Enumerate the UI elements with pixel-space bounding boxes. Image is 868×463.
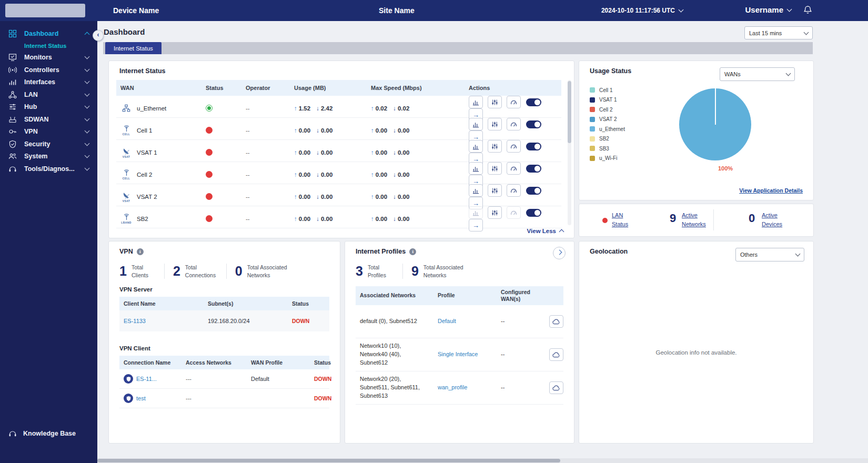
- chevron-down-icon: [804, 29, 809, 35]
- time-utc-dropdown[interactable]: 2024-10-10 11:17:56 UTC: [601, 7, 683, 14]
- upload-arrow-icon: ↑: [371, 172, 374, 178]
- operator-value: --: [241, 194, 290, 200]
- notifications-bell-icon[interactable]: [803, 5, 812, 14]
- wan-enable-toggle[interactable]: [526, 165, 541, 173]
- wan-enable-toggle[interactable]: [526, 209, 541, 217]
- time-range-select[interactable]: Last 15 mins: [744, 26, 813, 39]
- chevron-down-icon: [85, 104, 90, 109]
- card-title: VPN: [119, 248, 133, 255]
- lan-status-link[interactable]: LAN Status: [612, 211, 637, 228]
- wan-enable-toggle[interactable]: [526, 187, 541, 195]
- profiles-table-header: Associated Networks Profile Configured W…: [356, 286, 563, 305]
- vpn-key-icon: [8, 127, 17, 136]
- usage-chart-button[interactable]: [469, 118, 483, 130]
- info-icon[interactable]: i: [409, 248, 416, 255]
- sidebar-item-system[interactable]: System: [0, 150, 97, 163]
- sidebar-item-controllers[interactable]: Controllers: [0, 64, 97, 76]
- sidebar-item-dashboard[interactable]: Dashboard: [0, 27, 97, 40]
- wan-details-button[interactable]: [488, 184, 502, 197]
- knowledge-base-link[interactable]: Knowledge Base: [8, 429, 76, 438]
- headset-icon: [8, 165, 17, 173]
- usage-filter-select[interactable]: WANs: [720, 67, 795, 81]
- usage-chart-button[interactable]: [469, 96, 483, 108]
- sidebar: Dashboard Internet Status Monitors Contr…: [0, 21, 97, 463]
- table-row: LBANDSB2 -- ↑0.00↓0.00 ↑0.00↓0.00 →: [116, 206, 561, 228]
- legend-item: SB3: [590, 144, 625, 154]
- tab-internet-status[interactable]: Internet Status: [105, 42, 162, 54]
- lan-icon: [8, 90, 17, 99]
- info-icon[interactable]: i: [137, 248, 144, 255]
- sidebar-item-monitors[interactable]: Monitors: [0, 52, 97, 64]
- speedtest-button[interactable]: [507, 184, 521, 197]
- profile-link[interactable]: Default: [438, 318, 456, 324]
- connection-name-link[interactable]: ES-11...: [136, 376, 157, 382]
- topbar: Device Name Site Name 2024-10-10 11:17:5…: [0, 0, 868, 21]
- chevron-down-icon: [85, 153, 90, 158]
- sidebar-item-label: Hub: [24, 103, 37, 110]
- usage-chart-button[interactable]: [469, 140, 483, 153]
- usage-chart-button[interactable]: [469, 162, 483, 175]
- speedtest-cloud-button[interactable]: [549, 348, 563, 361]
- usage-cell: ↑0.00↓0.00: [290, 216, 367, 222]
- view-application-details-link[interactable]: View Application Details: [739, 187, 803, 194]
- profiles-stats: 3 Total Profiles 9 Total Associated Netw…: [356, 264, 563, 279]
- speedtest-button[interactable]: [507, 140, 521, 153]
- vpn-client-heading: VPN Client: [119, 345, 329, 351]
- wan-details-button[interactable]: [488, 162, 502, 175]
- speedtest-button[interactable]: [507, 162, 521, 175]
- speedtest-button[interactable]: [507, 206, 521, 219]
- sidebar-item-sdwan[interactable]: SDWAN: [0, 113, 97, 126]
- sidebar-item-lan[interactable]: LAN: [0, 88, 97, 101]
- chevron-down-icon: [85, 128, 90, 134]
- max-speed-cell: ↑0.00↓0.00: [367, 194, 465, 200]
- usage-chart-button[interactable]: [469, 206, 483, 219]
- max-speed-cell: ↑0.00↓0.00: [367, 172, 465, 178]
- upload-arrow-icon: ↑: [294, 149, 297, 156]
- profiles-next-button[interactable]: [553, 247, 566, 259]
- speedtest-cloud-button[interactable]: [549, 315, 563, 328]
- horizontal-scrollbar[interactable]: [97, 458, 868, 463]
- view-less-link[interactable]: View Less: [527, 228, 563, 234]
- legend-item: SB2: [590, 134, 625, 144]
- usage-chart-button[interactable]: [469, 184, 483, 197]
- active-networks-link[interactable]: Active Networks: [682, 211, 712, 228]
- sidebar-item-hub[interactable]: Hub: [0, 101, 97, 114]
- wan-enable-toggle[interactable]: [526, 98, 541, 106]
- download-arrow-icon: ↓: [393, 149, 396, 156]
- active-devices-link[interactable]: Active Devices: [762, 211, 788, 228]
- speedtest-button[interactable]: [507, 118, 521, 130]
- collapse-sidebar-button[interactable]: ‹: [93, 30, 104, 41]
- logo: [5, 4, 85, 17]
- chevron-down-icon: [85, 116, 90, 121]
- wan-details-button[interactable]: [488, 118, 502, 130]
- wan-details-button[interactable]: [488, 206, 502, 219]
- status-down-icon: [206, 149, 213, 156]
- wan-enable-toggle[interactable]: [526, 143, 541, 150]
- sidebar-item-tools-diagnostics[interactable]: Tools/Diagnos...: [0, 163, 97, 175]
- scrollbar-thumb[interactable]: [97, 459, 560, 462]
- sidebar-item-vpn[interactable]: VPN: [0, 126, 97, 138]
- table-scrollbar[interactable]: [568, 80, 571, 225]
- client-name-link[interactable]: ES-1133: [124, 318, 146, 324]
- connection-name-link[interactable]: test: [136, 395, 146, 401]
- sidebar-item-security[interactable]: Security: [0, 138, 97, 150]
- wan-enable-toggle[interactable]: [526, 120, 541, 128]
- scrollbar-thumb[interactable]: [568, 81, 571, 143]
- profile-link[interactable]: Single Interface: [438, 351, 478, 357]
- sidebar-item-interfaces[interactable]: Interfaces: [0, 76, 97, 89]
- stat-total-clients: 1 Total Clients: [119, 264, 164, 279]
- interfaces-icon: [8, 78, 17, 86]
- speedtest-cloud-button[interactable]: [549, 381, 563, 394]
- wan-details-button[interactable]: [488, 96, 502, 108]
- vpn-card: VPN i 1 Total Clients 2 Total Connection…: [108, 241, 340, 444]
- profile-link[interactable]: wan_profile: [438, 384, 467, 390]
- wan-details-button[interactable]: [488, 140, 502, 153]
- geolocation-filter-select[interactable]: Others: [735, 248, 804, 261]
- sidebar-item-internet-status[interactable]: Internet Status: [0, 40, 97, 52]
- upload-arrow-icon: ↑: [294, 105, 297, 112]
- legend-swatch: [590, 87, 595, 93]
- wan-goto-button[interactable]: →: [469, 219, 483, 232]
- user-menu[interactable]: Username: [745, 5, 791, 14]
- vpn-server-header: Client Name Subnet(s) Status: [119, 297, 329, 310]
- speedtest-button[interactable]: [507, 96, 521, 108]
